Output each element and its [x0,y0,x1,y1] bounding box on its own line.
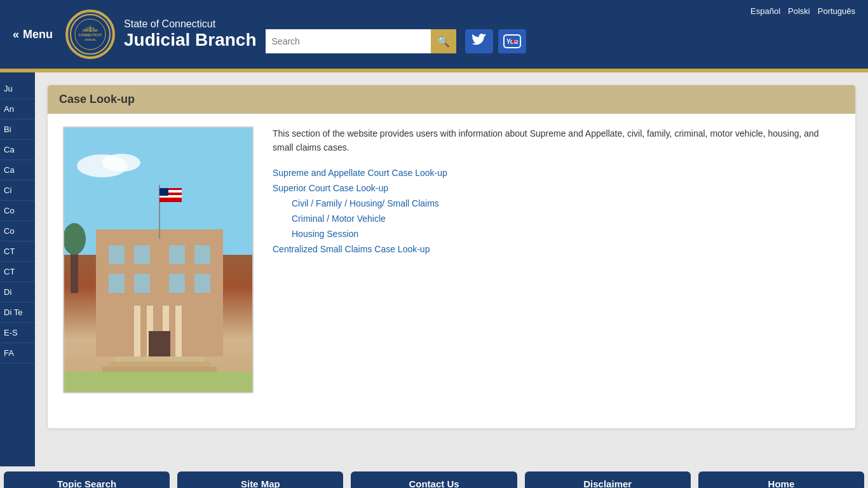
svg-rect-28 [134,306,140,356]
card-header: Case Look-up [48,85,855,114]
topic-search-button[interactable]: Topic Search [4,471,170,488]
card-title: Case Look-up [59,93,135,105]
search-area: 🔍 [266,29,456,53]
sidebar-item-ci[interactable]: Ci [0,180,35,201]
sidebar-item-di-te[interactable]: Di Te [0,302,35,323]
svg-rect-39 [109,362,210,367]
svg-rect-23 [194,245,210,264]
content-area: Case Look-up [35,72,868,466]
sidebar: Ju An Bi Ca Ca Ci Co Co CT CT Di Di Te E… [0,72,35,466]
svg-rect-38 [115,356,204,362]
sidebar-item-bi[interactable]: Bi [0,119,35,140]
org-line1: State of Connecticut [124,18,257,30]
sidebar-item-co1[interactable]: Co [0,201,35,221]
search-input[interactable] [266,29,431,53]
svg-rect-25 [134,274,150,293]
contact-us-button[interactable]: Contact Us [351,471,517,488]
sidebar-item-di[interactable]: Di [0,282,35,302]
content-text: This section of the website provides use… [273,126,840,393]
sidebar-item-co2[interactable]: Co [0,221,35,241]
card-body: This section of the website provides use… [48,114,855,406]
svg-text:CONNECTICUT: CONNECTICUT [78,33,101,37]
list-item-supreme: Supreme and Appellate Court Case Look-up [273,168,840,178]
youtube-icon[interactable]: You [498,29,526,53]
logo-area: STATE OF CONNECTICUT JUDICIAL State of C… [65,10,855,59]
twitter-icon[interactable] [465,29,493,53]
small-claims-link[interactable]: Centralized Small Claims Case Look-up [273,244,430,254]
sidebar-item-ct1[interactable]: CT [0,241,35,262]
svg-rect-41 [64,372,254,393]
svg-rect-32 [149,331,170,356]
home-button[interactable]: Home [698,471,864,488]
housing-session-link[interactable]: Housing Session [292,229,358,239]
superior-court-link[interactable]: Superior Court Case Look-up [273,183,388,193]
svg-rect-26 [169,274,185,293]
lang-portugues[interactable]: Português [818,6,855,16]
svg-text:JUDICIAL: JUDICIAL [84,38,96,41]
intro-paragraph: This section of the website provides use… [273,126,840,155]
header: Español Polski Português « Menu STATE OF… [0,0,868,69]
svg-rect-37 [159,188,168,196]
svg-rect-40 [102,367,217,372]
svg-point-16 [102,154,140,172]
menu-label: Menu [23,28,53,41]
sidebar-item-ca2[interactable]: Ca [0,160,35,180]
svg-rect-21 [134,245,150,264]
org-line2: Judicial Branch [124,30,257,50]
svg-rect-27 [194,274,210,293]
civil-family-link[interactable]: Civil / Family / Housing/ Small Claims [292,198,439,208]
search-icon: 🔍 [437,36,450,48]
seal-icon: STATE OF CONNECTICUT JUDICIAL [68,12,112,57]
main-layout: Ju An Bi Ca Ca Ci Co Co CT CT Di Di Te E… [0,72,868,466]
sidebar-item-fa[interactable]: FA [0,343,35,363]
logo-icon: STATE OF CONNECTICUT JUDICIAL [65,10,115,59]
criminal-motor-link[interactable]: Criminal / Motor Vehicle [292,214,386,224]
supreme-court-link[interactable]: Supreme and Appellate Court Case Look-up [273,168,447,178]
svg-rect-20 [109,245,125,264]
site-map-button[interactable]: Site Map [177,471,343,488]
sidebar-item-ca1[interactable]: Ca [0,140,35,160]
social-icons: You [465,29,526,53]
search-button[interactable]: 🔍 [431,29,456,53]
lang-polski[interactable]: Polski [788,6,810,16]
chevron-left-icon: « [13,28,19,41]
list-item-small-claims: Centralized Small Claims Case Look-up [273,244,840,254]
language-links: Español Polski Português [750,6,855,16]
list-item-housing: Housing Session [292,229,840,239]
svg-rect-24 [109,274,125,293]
sidebar-item-ct2[interactable]: CT [0,262,35,282]
sidebar-item-ju[interactable]: Ju [0,79,35,99]
footer-bar: Topic Search Site Map Contact Us Disclai… [0,466,868,488]
list-item-superior: Superior Court Case Look-up [273,183,840,193]
sidebar-item-es[interactable]: E-S [0,323,35,343]
links-list: Supreme and Appellate Court Case Look-up… [273,168,840,254]
sidebar-item-an[interactable]: An [0,99,35,119]
content-card: Case Look-up [48,85,855,428]
org-name: State of Connecticut Judicial Branch [124,18,257,50]
list-item-criminal: Criminal / Motor Vehicle [292,214,840,224]
court-building-image [63,126,254,393]
svg-rect-31 [175,306,182,356]
lang-espanol[interactable]: Español [750,6,780,16]
list-item-civil: Civil / Family / Housing/ Small Claims [292,198,840,208]
svg-rect-22 [169,245,185,264]
menu-button[interactable]: « Menu [13,28,53,41]
disclaimer-button[interactable]: Disclaimer [525,471,691,488]
